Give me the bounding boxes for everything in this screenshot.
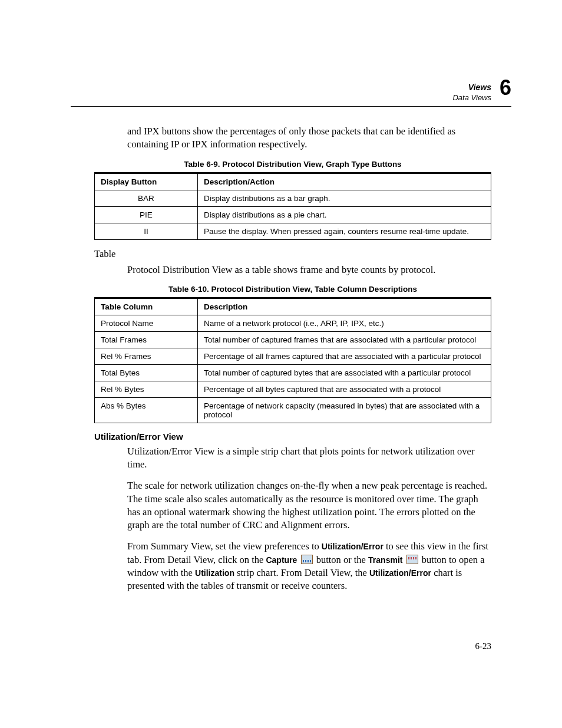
cell-rel-frames: Rel % Frames xyxy=(95,348,198,364)
table-header-row: Display Button Description/Action xyxy=(95,173,491,190)
section-heading-utilization-error: Utilization/Error View xyxy=(94,431,491,442)
cell-total-frames-desc: Total number of captured frames that are… xyxy=(198,331,491,348)
p3-t3: button or the xyxy=(314,554,369,565)
section-p2: The scale for network utilization change… xyxy=(127,479,491,532)
table-intro-paragraph: Protocol Distribution View as a table sh… xyxy=(127,263,491,276)
cell-rel-bytes: Rel % Bytes xyxy=(95,381,198,397)
section-p1: Utilization/Error View is a simple strip… xyxy=(127,445,491,472)
cell-rel-frames-desc: Percentage of all frames captured that a… xyxy=(198,348,491,364)
cell-total-frames: Total Frames xyxy=(95,331,198,348)
p3-t5: strip chart. From Detail View, the xyxy=(234,567,369,578)
cell-pause: II xyxy=(95,223,198,239)
cell-total-bytes: Total Bytes xyxy=(95,364,198,381)
table-6-9: Display Button Description/Action BAR Di… xyxy=(94,172,491,240)
cell-protocol-name-desc: Name of a network protocol (i.e., ARP, I… xyxy=(198,315,491,331)
cell-bar: BAR xyxy=(95,190,198,206)
cell-pause-desc: Pause the display. When pressed again, c… xyxy=(198,223,491,239)
capture-icon xyxy=(301,555,313,564)
page-number: 6-23 xyxy=(475,641,492,651)
p3-bold-utilization-error-2: Utilization/Error xyxy=(369,568,431,578)
table-6-10-head-description: Description xyxy=(198,298,491,315)
table-6-10-head-column: Table Column xyxy=(95,298,198,315)
table-6-10-caption: Table 6-10. Protocol Distribution View, … xyxy=(94,285,491,294)
table-row: II Pause the display. When pressed again… xyxy=(95,223,491,239)
table-row: Rel % Frames Percentage of all frames ca… xyxy=(95,348,491,364)
table-6-9-caption: Table 6-9. Protocol Distribution View, G… xyxy=(94,160,491,169)
table-row: Rel % Bytes Percentage of all bytes capt… xyxy=(95,381,491,397)
chapter-number: 6 xyxy=(500,75,511,100)
cell-abs-bytes: Abs % Bytes xyxy=(95,397,198,423)
p3-bold-utilization: Utilization xyxy=(195,568,234,578)
cell-abs-bytes-desc: Percentage of network capacity (measured… xyxy=(198,397,491,423)
cell-rel-bytes-desc: Percentage of all bytes captured that ar… xyxy=(198,381,491,397)
p3-bold-utilization-error: Utilization/Error xyxy=(322,542,384,551)
table-6-9-head-display-button: Display Button xyxy=(95,173,198,190)
table-row: BAR Display distributions as a bar graph… xyxy=(95,190,491,206)
table-row: Abs % Bytes Percentage of network capaci… xyxy=(95,397,491,423)
table-row: Protocol Name Name of a network protocol… xyxy=(95,315,491,331)
p3-t1: From Summary View, set the view preferen… xyxy=(127,541,322,552)
p3-bold-capture: Capture xyxy=(266,555,297,565)
table-header-row: Table Column Description xyxy=(95,298,491,315)
table-row: PIE Display distributions as a pie chart… xyxy=(95,206,491,223)
section-p3: From Summary View, set the view preferen… xyxy=(127,540,491,592)
table-6-9-head-description: Description/Action xyxy=(198,173,491,190)
side-heading-table: Table xyxy=(94,248,491,260)
table-row: Total Frames Total number of captured fr… xyxy=(95,331,491,348)
header-title: Views xyxy=(452,83,491,92)
cell-protocol-name: Protocol Name xyxy=(95,315,198,331)
cell-pie-desc: Display distributions as a pie chart. xyxy=(198,206,491,223)
header-rule xyxy=(71,106,511,107)
cell-bar-desc: Display distributions as a bar graph. xyxy=(198,190,491,206)
table-6-10: Table Column Description Protocol Name N… xyxy=(94,297,491,423)
intro-paragraph: and IPX buttons show the percentages of … xyxy=(127,125,491,151)
p3-bold-transmit: Transmit xyxy=(368,555,402,565)
page: Views Data Views 6 and IPX buttons show … xyxy=(0,0,562,728)
table-row: Total Bytes Total number of captured byt… xyxy=(95,364,491,381)
cell-pie: PIE xyxy=(95,206,198,223)
cell-total-bytes-desc: Total number of captured bytes that are … xyxy=(198,364,491,381)
running-head: Views Data Views xyxy=(452,83,491,102)
body: and IPX buttons show the percentages of … xyxy=(94,125,491,592)
transmit-icon xyxy=(406,555,418,564)
header-subtitle: Data Views xyxy=(452,93,491,102)
